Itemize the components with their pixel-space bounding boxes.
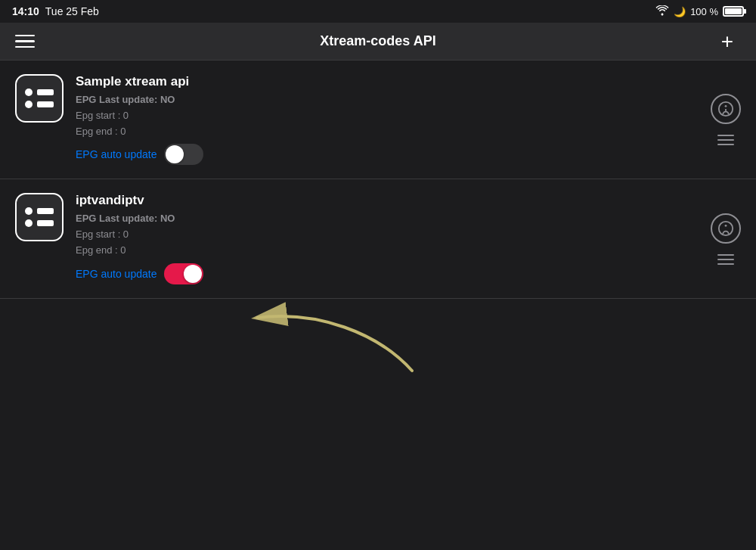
toggle-thumb-2 [184,265,202,283]
hamburger-line-3 [15,46,35,48]
reorder-button-1[interactable] [717,135,734,145]
info-button-2[interactable] [711,213,741,244]
menu-button[interactable] [15,28,42,55]
content-area: Sample xtream api EPG Last update: NO Ep… [0,61,756,299]
wifi-icon [655,5,669,18]
svg-point-5 [725,225,727,227]
server-row-bottom [25,101,54,108]
epg-last-update-2: EPG Last update: NO [76,211,741,227]
server-bar-4 [37,220,54,226]
moon-icon: 🌙 [674,6,686,17]
epg-last-update-1: EPG Last update: NO [76,92,741,108]
info-button-1[interactable] [711,94,741,124]
server-bar-2 [37,101,54,107]
page-title: Xtream-codes API [320,33,435,49]
server-dot-2 [25,101,33,108]
nav-bar: Xtream-codes API + [0,23,756,61]
api-actions-2 [711,213,741,265]
add-button[interactable]: + [714,28,741,55]
status-bar-right: 🌙 100 % [655,5,744,18]
reorder-line-3 [717,144,734,145]
server-row-top [25,89,54,96]
server-row-top-2 [25,207,54,215]
status-date: Tue 25 Feb [45,5,99,17]
api-info-1: Sample xtream api EPG Last update: NO Ep… [76,74,741,165]
epg-toggle-1[interactable] [164,144,203,165]
status-bar-left: 14:10 Tue 25 Feb [12,5,99,17]
server-dot [25,89,33,96]
api-item-2: iptvandiptv EPG Last update: NO Epg star… [0,179,756,298]
api-name-2: iptvandiptv [76,193,741,208]
reorder-line-2 [717,139,734,141]
battery-percentage: 100 % [690,6,718,17]
hamburger-line-1 [15,35,35,37]
toggle-thumb-1 [166,145,184,163]
server-bar-3 [37,208,54,214]
epg-auto-update-label-1: EPG auto update [76,148,156,160]
server-dot-4 [25,219,33,227]
epg-auto-update-label-2: EPG auto update [76,268,156,280]
epg-start-2: Epg start : 0 [76,227,741,243]
api-icon-2 [15,193,64,241]
epg-end-2: Epg end : 0 [76,243,741,259]
epg-start-1: Epg start : 0 [76,108,741,124]
api-item-1: Sample xtream api EPG Last update: NO Ep… [0,61,756,179]
reorder-line-1 [717,135,734,136]
svg-point-4 [719,221,733,235]
api-actions-1 [711,94,741,145]
status-time: 14:10 [12,5,39,17]
server-bar [37,89,54,95]
reorder-line-5 [717,259,734,260]
server-row-bottom-2 [25,219,54,227]
svg-point-3 [725,105,727,107]
api-name-1: Sample xtream api [76,74,741,89]
epg-toggle-2[interactable] [164,263,203,284]
reorder-button-2[interactable] [717,254,734,265]
reorder-line-4 [717,254,734,256]
battery-icon [723,6,744,17]
server-dot-3 [25,207,33,215]
api-icon-1 [15,74,64,123]
api-info-2: iptvandiptv EPG Last update: NO Epg star… [76,193,741,284]
epg-update-row-2: EPG auto update [76,263,741,284]
epg-end-1: Epg end : 0 [76,124,741,140]
reorder-line-6 [717,263,734,265]
status-bar: 14:10 Tue 25 Feb 🌙 100 % [0,0,756,23]
epg-update-row-1: EPG auto update [76,144,741,165]
hamburger-line-2 [15,40,35,42]
